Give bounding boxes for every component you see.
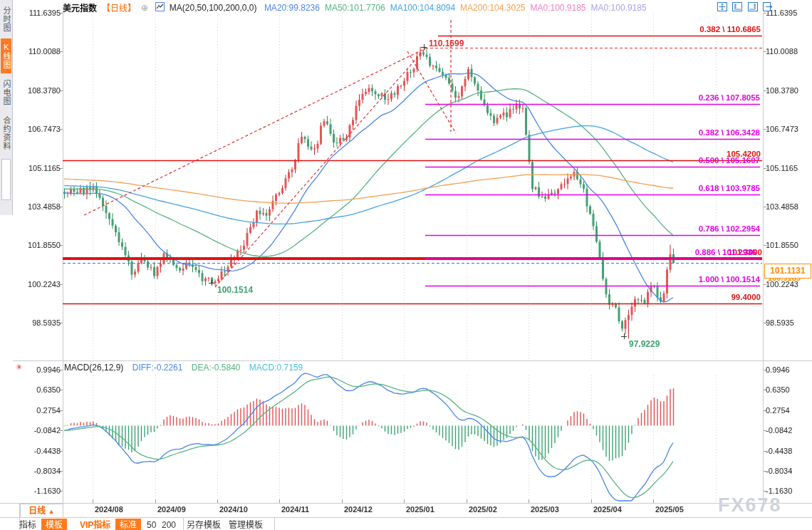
price-annotation: 110.1699 — [429, 38, 464, 48]
x-axis-month-label: 2024/10 — [219, 505, 248, 514]
ma-value-0: MA20:99.8236 — [264, 3, 320, 13]
price-axis-label-right: 98.5935 — [766, 318, 810, 327]
period-dropdown[interactable]: 日线 ▲ — [20, 504, 63, 518]
price-annotation: 100.1514 — [217, 285, 253, 295]
macd-axis-label-right: -0.0842 — [766, 426, 810, 435]
sidebar-tab-0[interactable]: 分时图 — [1, 2, 11, 36]
x-axis-month-label: 2025/03 — [531, 505, 559, 514]
price-axis-label-right: 108.3780 — [766, 86, 810, 95]
macd-axis-label-right: 0.6350 — [766, 385, 810, 394]
macd-axis-label-left: -1.1630 — [21, 487, 61, 495]
price-axis-label-left: 110.0088 — [21, 47, 61, 56]
macd-macd-value: MACD:0.7159 — [249, 363, 303, 373]
fib-level-label: 1.000 \ 100.1514 — [639, 275, 760, 284]
ma-value-2: MA100:104.8094 — [390, 3, 455, 13]
sidebar-tab-1[interactable]: K线图 — [1, 38, 11, 73]
ma-value-1: MA50:101.7706 — [325, 3, 385, 13]
price-axis-label-right: 105.1165 — [766, 164, 810, 172]
macd-axis-label-right: -0.8034 — [766, 467, 810, 475]
macd-axis-label-right: 0.2754 — [766, 406, 810, 415]
macd-diff-value: DIFF:-0.2261 — [132, 363, 183, 373]
macd-axis-label-left: 0.9946 — [21, 365, 61, 374]
macd-axis-label-right: -0.4438 — [766, 447, 810, 455]
macd-axis-label-left: -0.4438 — [21, 447, 61, 455]
toolbar-item-7[interactable]: 管理模板 — [229, 520, 263, 530]
x-axis-month-label: 2025/04 — [593, 505, 622, 514]
ma-formula: MA(20,50,100,200,0,0) — [170, 3, 257, 13]
price-axis-label-left: 108.3780 — [21, 86, 61, 95]
price-axis-label-right: 103.4858 — [766, 202, 810, 211]
fib-level-label: 0.382 \ 110.6865 — [640, 25, 761, 33]
toolbar-item-2[interactable]: VIP指标 — [80, 520, 110, 530]
sidebar-tab-2[interactable]: 闪电图 — [1, 76, 11, 110]
toolbar-item-3[interactable]: 标准 — [115, 519, 141, 530]
chart-layout-buttons — [715, 1, 773, 14]
price-axis-label-right: 110.0088 — [766, 47, 810, 56]
price-axis-label-left: 98.5935 — [21, 318, 61, 327]
ma-value-3: MA200:104.3025 — [460, 3, 525, 13]
fib-level-label: 0.618 \ 103.9785 — [639, 184, 760, 192]
chart-application: 分时图K线图闪电图合约资料 美元指数【日线】⊕ MA(20,50,100,200… — [0, 0, 812, 530]
macd-axis-label-left: -0.8034 — [21, 467, 61, 475]
ma-settings-icon[interactable] — [155, 2, 165, 11]
sidebar-spacer — [1, 159, 11, 200]
fib-level-label: 0.236 \ 107.8055 — [639, 93, 760, 102]
x-axis-month-label: 2024/11 — [281, 505, 309, 514]
x-axis-month-label: 2025/02 — [469, 505, 497, 514]
scale-left-icon[interactable] — [732, 2, 742, 11]
macd-axis-label-left: 0.6350 — [21, 385, 61, 394]
x-axis-month-label: 2025/01 — [406, 505, 434, 514]
price-axis-label-right: 101.8550 — [766, 241, 810, 249]
fib-level-label: 0.786 \ 102.2954 — [639, 224, 760, 233]
current-price-badge: 101.1131 — [764, 264, 811, 279]
watermark: FX678 — [718, 494, 782, 516]
scale-right-icon[interactable] — [748, 2, 758, 11]
detach-pane-icon[interactable] — [763, 2, 773, 11]
dropdown-arrow-icon: ▲ — [48, 508, 55, 515]
price-axis-label-right: 106.7473 — [766, 125, 810, 133]
x-axis-month-label: 2025/05 — [655, 505, 684, 514]
add-indicator-icon[interactable]: ⊕ — [141, 3, 148, 13]
macd-axis-label-left: -0.0842 — [21, 426, 61, 435]
chart-header: 美元指数【日线】⊕ MA(20,50,100,200,0,0) MA20:99.… — [63, 1, 657, 13]
macd-title: MACD(26,12,9) — [64, 363, 123, 373]
x-axis-month-label: 2024/12 — [344, 505, 373, 514]
fib-level-label: 0.382 \ 106.3428 — [639, 128, 760, 137]
fib-level-label: 99.4000 — [640, 293, 761, 301]
price-axis-label-left: 105.1165 — [21, 164, 61, 172]
price-axis-label-left: 100.2243 — [21, 280, 61, 289]
chart-type-sidebar: 分时图K线图闪电图合约资料 — [0, 0, 13, 215]
chart-canvas[interactable] — [0, 0, 812, 530]
price-axis-label-left: 106.7473 — [21, 125, 61, 133]
toolbar-item-6[interactable]: 另存模板 — [187, 520, 221, 530]
macd-axis-label-left: 0.2754 — [21, 406, 61, 415]
x-axis-month-label: 2024/08 — [95, 505, 123, 514]
ma-value-5: MA0:100.9185 — [591, 3, 647, 13]
symbol-name: 美元指数 — [63, 4, 97, 14]
crosshair-move-icon[interactable] — [717, 2, 727, 11]
toolbar-item-5[interactable]: 200 — [162, 520, 176, 530]
x-axis-month-label: 2024/09 — [157, 505, 186, 514]
price-axis-label-left: 101.8550 — [21, 241, 61, 249]
period-label: 日线 — [28, 506, 46, 516]
macd-header: MACD(26,12,9) DIFF:-0.2261 DEA:-0.5840 M… — [64, 363, 309, 373]
price-axis-label-left: 103.4858 — [21, 202, 61, 211]
ma-value-4: MA0:100.9185 — [530, 3, 585, 13]
sidebar-tab-3[interactable]: 合约资料 — [1, 112, 11, 155]
macd-axis-label-right: 0.9946 — [766, 365, 810, 374]
macd-axis-label-right: -1.1630 — [766, 487, 810, 495]
price-axis-label-left: 111.6395 — [21, 9, 61, 17]
macd-dea-value: DEA:-0.5840 — [192, 363, 241, 373]
period-tag: 【日线】 — [102, 4, 136, 14]
toolbar-item-0[interactable]: 指标 — [19, 520, 36, 530]
toolbar-item-1[interactable]: 模板 — [41, 519, 67, 530]
price-annotation: 97.9229 — [629, 339, 660, 349]
ma-values: MA20:99.8236MA50:101.7706MA100:104.8094M… — [264, 2, 652, 12]
fib-level-label: 0.886 \ 101.2936 — [635, 248, 756, 256]
fib-level-label: 0.500 \ 105.1607 — [639, 156, 760, 165]
toolbar-item-4[interactable]: 50 — [147, 520, 156, 530]
